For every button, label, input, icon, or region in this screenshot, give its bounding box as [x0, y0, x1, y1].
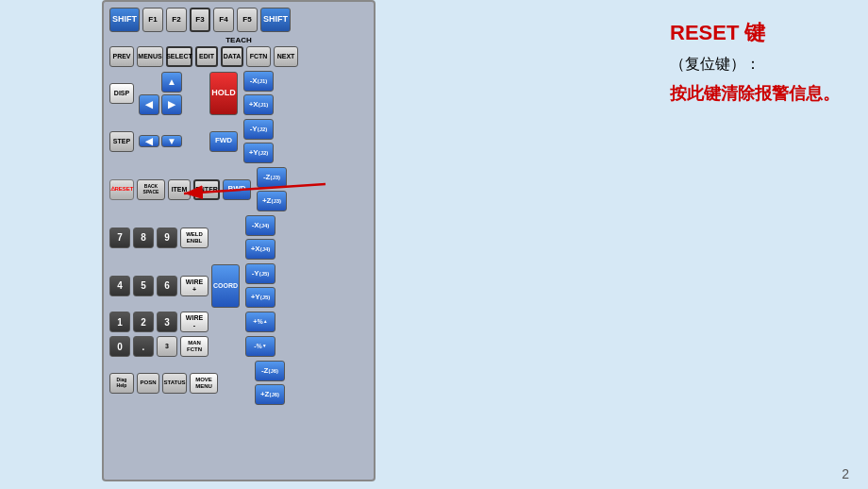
- row-bottom: DiagHelp POSN STATUS MOVEMENU -Z(J6) +Z(…: [109, 361, 368, 405]
- item-key[interactable]: ITEM: [168, 179, 191, 200]
- move-menu-key[interactable]: MOVEMENU: [190, 373, 218, 394]
- bwd-key[interactable]: BWD: [223, 179, 251, 200]
- key-7[interactable]: 7: [109, 228, 130, 248]
- key-dot[interactable]: .: [133, 336, 154, 357]
- f4-key[interactable]: F4: [213, 8, 234, 32]
- f3-key[interactable]: F3: [190, 8, 210, 32]
- row-disp-arrows: DISP ▲ ◀ ▶ HOLD -X(J1) +X(J1): [109, 71, 368, 115]
- disp-key[interactable]: DISP: [109, 83, 134, 104]
- minus-pct-section: -%▼: [245, 336, 275, 357]
- key-6[interactable]: 6: [157, 276, 177, 296]
- row-0-dot: 0 . 3 MANFCTN -%▼: [109, 336, 368, 357]
- wire-minus-key[interactable]: WIRE-: [180, 312, 209, 332]
- step-col: STEP: [109, 131, 134, 152]
- plus-z6-key[interactable]: +Z(J6): [255, 384, 285, 405]
- fwd-key[interactable]: FWD: [209, 131, 238, 152]
- next-key[interactable]: NEXT: [274, 46, 298, 67]
- keyboard-panel: SHIFT F1 F2 F3 F4 F5 SHIFT TEACH PREV ME…: [102, 0, 376, 481]
- reset-key[interactable]: ⚠RESET: [109, 179, 134, 200]
- diag-help-key[interactable]: DiagHelp: [109, 373, 134, 394]
- row-function-keys: SHIFT F1 F2 F3 F4 F5 SHIFT: [109, 8, 368, 32]
- reset-key-subtitle: （复位键）：: [670, 55, 840, 75]
- plus-x4-key[interactable]: +X(J4): [245, 239, 275, 260]
- x4-axis-keys: -X(J4) +X(J4): [245, 215, 275, 260]
- x-axis-keys: -X(J1) +X(J1): [243, 71, 274, 115]
- teach-section: TEACH PREV MENUS SELECT EDIT DATA FCTN N…: [109, 36, 368, 67]
- row-menu-keys: PREV MENUS SELECT EDIT DATA FCTN NEXT: [109, 46, 368, 67]
- key-misc[interactable]: 3: [157, 336, 177, 357]
- minus-y5-key[interactable]: -Y(J5): [245, 263, 275, 284]
- z6-axis-keys: -Z(J6) +Z(J6): [255, 361, 285, 405]
- key-0[interactable]: 0: [109, 336, 130, 357]
- key-1[interactable]: 1: [109, 312, 130, 332]
- backspace-key[interactable]: BACKSPACE: [137, 179, 165, 200]
- status-key[interactable]: STATUS: [162, 373, 187, 394]
- right-arrow-key[interactable]: ▶: [161, 94, 182, 115]
- key-2[interactable]: 2: [133, 312, 154, 332]
- annotation-section: RESET 键 （复位键）： 按此键清除报警信息。: [670, 19, 840, 105]
- minus-x-key[interactable]: -X(J1): [243, 71, 274, 92]
- man-fctn-key[interactable]: MANFCTN: [180, 336, 209, 357]
- fwd-section: FWD: [209, 131, 238, 152]
- hold-section: HOLD: [209, 72, 238, 115]
- row-789: 7 8 9 WELDENBL -X(J4) +X(J4): [109, 215, 368, 260]
- key-9[interactable]: 9: [157, 228, 177, 248]
- hold-key[interactable]: HOLD: [209, 72, 238, 115]
- minus-pct-key[interactable]: -%▼: [245, 336, 275, 357]
- row-123: 1 2 3 WIRE- +%▲: [109, 312, 368, 332]
- minus-y-key[interactable]: -Y(J2): [243, 119, 274, 140]
- wire-plus-key[interactable]: WIRE+: [180, 276, 209, 296]
- down-arrow-key[interactable]: ▼: [161, 135, 182, 147]
- f5-key[interactable]: F5: [237, 8, 258, 32]
- fctn-key[interactable]: FCTN: [246, 46, 271, 67]
- key-8[interactable]: 8: [133, 228, 154, 248]
- row-456: 4 5 6 WIRE+ COORD -Y(J5) +Y(J5): [109, 263, 368, 308]
- page-number: 2: [842, 466, 849, 481]
- select-key[interactable]: SELECT: [166, 46, 192, 67]
- reset-key-title: RESET 键: [670, 19, 840, 47]
- arrow-pad-2: ◀ ▼: [139, 135, 205, 147]
- z5-axis-keys: +%▲: [245, 312, 275, 332]
- weld-enbl-key[interactable]: WELDENBL: [180, 228, 209, 248]
- y-axis-keys: -Y(J2) +Y(J2): [243, 119, 274, 163]
- key-5[interactable]: 5: [133, 276, 154, 296]
- menus-key[interactable]: MENUS: [137, 46, 163, 67]
- key-3[interactable]: 3: [157, 312, 177, 332]
- reset-key-description: 按此键清除报警信息。: [670, 82, 840, 105]
- f2-key[interactable]: F2: [166, 8, 187, 32]
- posn-key[interactable]: POSN: [137, 373, 159, 394]
- arrow-pad: ▲ ◀ ▶: [139, 72, 205, 115]
- plus-x-key[interactable]: +X(J1): [243, 94, 274, 115]
- shift-key-left[interactable]: SHIFT: [109, 8, 140, 32]
- up-arrow-key[interactable]: ▲: [161, 72, 182, 93]
- edit-key[interactable]: EDIT: [195, 46, 218, 67]
- f1-key[interactable]: F1: [142, 8, 163, 32]
- minus-z-key[interactable]: -Z(J3): [257, 167, 287, 188]
- plus-z-key[interactable]: +Z(J3): [257, 191, 287, 211]
- shift-key-right[interactable]: SHIFT: [260, 8, 291, 32]
- row-step-fwd: STEP ◀ ▼ FWD -Y(J2) +Y(J2): [109, 119, 368, 163]
- data-key[interactable]: DATA: [221, 46, 243, 67]
- prev-key[interactable]: PREV: [109, 46, 134, 67]
- z-axis-keys: -Z(J3) +Z(J3): [257, 167, 287, 211]
- step-key[interactable]: STEP: [109, 131, 134, 152]
- enter-key[interactable]: ENTER: [193, 179, 220, 200]
- minus-x4-key[interactable]: -X(J4): [245, 215, 275, 236]
- coord-key[interactable]: COORD: [211, 264, 240, 308]
- row-reset-bwd: ⚠RESET BACKSPACE ITEM ENTER BWD -Z(J3) +…: [109, 167, 368, 211]
- plus-y5-key[interactable]: +Y(J5): [245, 287, 275, 308]
- slide-container: SHIFT F1 F2 F3 F4 F5 SHIFT TEACH PREV ME…: [0, 0, 868, 489]
- key-4[interactable]: 4: [109, 276, 130, 296]
- plus-pct-key[interactable]: +%▲: [245, 312, 275, 332]
- teach-label: TEACH: [109, 36, 368, 44]
- left-arrow-key[interactable]: ◀: [139, 94, 159, 115]
- back-arrow-key[interactable]: ◀: [139, 135, 159, 147]
- plus-y-key[interactable]: +Y(J2): [243, 143, 274, 163]
- minus-z6-key[interactable]: -Z(J6): [255, 361, 285, 381]
- y5-axis-keys: -Y(J5) +Y(J5): [245, 263, 275, 308]
- left-col-1: DISP: [109, 83, 134, 104]
